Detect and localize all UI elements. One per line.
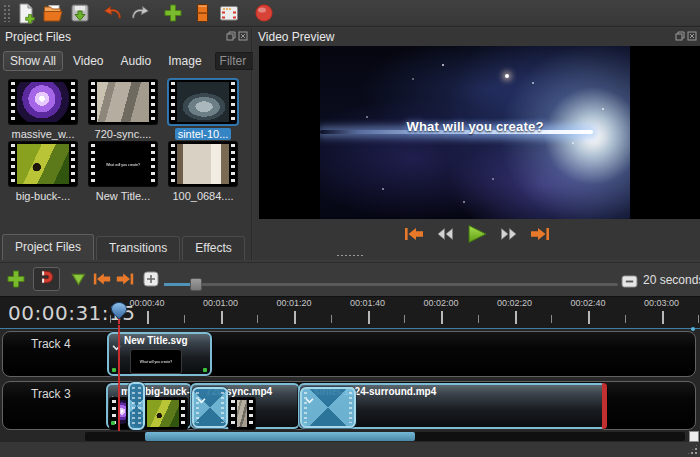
choose-profile-button[interactable] bbox=[189, 1, 214, 26]
hscrollbar-thumb[interactable] bbox=[145, 432, 415, 441]
main-toolbar bbox=[0, 0, 700, 27]
fast-forward-button[interactable] bbox=[499, 226, 519, 245]
playback-controls bbox=[253, 224, 700, 247]
scrollbar-corner bbox=[689, 431, 699, 442]
previous-marker-button[interactable] bbox=[92, 271, 112, 291]
jump-to-end-button[interactable] bbox=[529, 226, 551, 245]
marker-triangle-icon bbox=[70, 273, 87, 290]
ruler-major-tick bbox=[147, 311, 149, 324]
ruler-major-tick bbox=[662, 311, 664, 324]
next-marker-button[interactable] bbox=[115, 271, 135, 291]
rewind-button[interactable] bbox=[435, 226, 455, 245]
magnet-icon bbox=[38, 269, 56, 289]
fullscreen-button[interactable] bbox=[216, 1, 241, 26]
file-label: big-buck-... bbox=[13, 190, 73, 202]
import-files-button[interactable] bbox=[160, 1, 185, 26]
clip-label: big-buck- bbox=[145, 386, 190, 397]
status-bar bbox=[0, 442, 700, 457]
film-strip-icon bbox=[191, 2, 213, 24]
ruler-minor-tick bbox=[551, 315, 552, 323]
filter-image-button[interactable]: Image bbox=[161, 51, 208, 71]
ruler-scale[interactable]: 00:00:4000:01:0000:01:2000:01:4000:02:00… bbox=[0, 297, 700, 328]
jump-to-start-button[interactable] bbox=[403, 226, 425, 245]
panel-tabs: Project Files Transitions Effects bbox=[0, 236, 247, 260]
close-panel-icon[interactable] bbox=[687, 31, 697, 41]
clip-trim-edge[interactable] bbox=[602, 383, 607, 429]
ruler-minor-tick bbox=[331, 315, 332, 323]
project-files-panel: Project Files Show All Video Audio Image… bbox=[0, 28, 252, 260]
project-files-header: Project Files bbox=[0, 28, 251, 46]
add-track-button[interactable] bbox=[5, 268, 27, 294]
zoom-slider-handle[interactable] bbox=[190, 278, 202, 291]
video-preview-screen[interactable]: What will you create? bbox=[259, 46, 700, 219]
plus-icon bbox=[162, 2, 184, 24]
playhead-marker[interactable] bbox=[111, 302, 127, 328]
timeline-hscrollbar[interactable] bbox=[85, 432, 685, 441]
filter-video-button[interactable]: Video bbox=[66, 51, 110, 71]
file-label: New Title... bbox=[93, 190, 153, 202]
save-icon bbox=[69, 2, 91, 24]
timeline-ruler[interactable]: 00:00:31:15 00:00:4000:01:0000:01:2000:0… bbox=[0, 296, 700, 328]
starfield bbox=[320, 46, 322, 48]
video-preview-header: Video Preview bbox=[253, 28, 700, 46]
openshot-window: Project Files Show All Video Audio Image… bbox=[0, 0, 700, 457]
project-file-item[interactable]: big-buck-... bbox=[3, 142, 83, 204]
filter-audio-button[interactable]: Audio bbox=[114, 51, 159, 71]
chevron-down-icon[interactable] bbox=[305, 390, 314, 408]
new-project-button[interactable] bbox=[13, 1, 38, 26]
snapping-toggle-button[interactable] bbox=[33, 267, 60, 291]
file-label: 100_0684.... bbox=[169, 190, 236, 202]
project-file-item[interactable]: 720-sync.... bbox=[83, 80, 163, 142]
save-project-button[interactable] bbox=[67, 1, 92, 26]
transition-narrow[interactable] bbox=[128, 382, 145, 430]
resize-grip[interactable] bbox=[686, 443, 699, 456]
tab-project-files[interactable]: Project Files bbox=[2, 234, 94, 260]
ruler-time-label: 00:01:00 bbox=[191, 298, 251, 308]
zoom-slider[interactable] bbox=[164, 283, 618, 286]
file-thumbnail bbox=[9, 142, 77, 186]
filter-show-all-button[interactable]: Show All bbox=[3, 51, 63, 71]
tab-effects[interactable]: Effects bbox=[182, 236, 244, 260]
clip-thumbnail: What will you create? bbox=[130, 349, 182, 374]
zoom-scale-icon bbox=[621, 274, 638, 292]
clip-new-title[interactable]: New Title.svg What will you create? bbox=[107, 332, 212, 376]
track-name: Track 3 bbox=[31, 387, 71, 401]
project-files-grid: massive_w... 720-sync.... sintel-10... b… bbox=[3, 80, 243, 204]
toolbar-drag-handle[interactable] bbox=[3, 4, 11, 22]
redo-button[interactable] bbox=[127, 1, 152, 26]
float-panel-icon[interactable] bbox=[226, 31, 236, 41]
splitter-handle[interactable] bbox=[336, 254, 364, 257]
export-video-button[interactable] bbox=[251, 1, 276, 26]
file-label: 720-sync.... bbox=[92, 128, 155, 140]
add-marker-button[interactable] bbox=[70, 272, 87, 291]
transition-720[interactable] bbox=[192, 387, 228, 428]
file-thumbnail bbox=[169, 80, 237, 124]
ruler-minor-tick bbox=[478, 315, 479, 323]
close-panel-icon[interactable] bbox=[238, 31, 248, 41]
play-button[interactable] bbox=[465, 224, 489, 247]
redo-arrow-icon bbox=[129, 2, 151, 24]
open-folder-icon bbox=[42, 2, 64, 24]
project-file-item[interactable]: massive_w... bbox=[3, 80, 83, 142]
screen-icon bbox=[218, 2, 240, 24]
project-file-item-selected[interactable]: sintel-10... bbox=[163, 80, 243, 142]
open-project-button[interactable] bbox=[40, 1, 65, 26]
video-preview-panel: Video Preview What will you create? bbox=[253, 28, 700, 260]
center-on-playhead-button[interactable] bbox=[143, 271, 159, 291]
file-thumbnail bbox=[89, 80, 157, 124]
center-playhead-icon bbox=[143, 273, 159, 290]
undo-button[interactable] bbox=[100, 1, 125, 26]
timeline-toolbar: 20 seconds bbox=[0, 262, 700, 296]
track-name: Track 4 bbox=[31, 337, 71, 351]
effect-indicator bbox=[112, 368, 116, 372]
ruler-minor-tick bbox=[257, 315, 258, 323]
ruler-time-label: 00:01:20 bbox=[264, 298, 324, 308]
transition-sintel[interactable] bbox=[300, 387, 356, 428]
ruler-major-tick bbox=[441, 311, 443, 324]
chevron-down-icon[interactable] bbox=[197, 390, 206, 408]
new-file-icon bbox=[15, 2, 37, 24]
tab-transitions[interactable]: Transitions bbox=[96, 236, 180, 260]
project-file-item[interactable]: 100_0684.... bbox=[163, 142, 243, 204]
project-file-item[interactable]: What will you create? New Title... bbox=[83, 142, 163, 204]
float-panel-icon[interactable] bbox=[675, 31, 685, 41]
